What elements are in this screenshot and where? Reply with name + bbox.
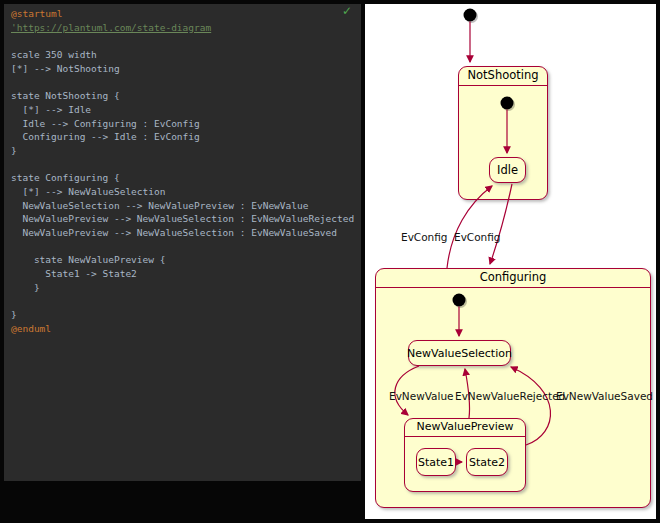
- code-line: @enduml: [11, 322, 357, 336]
- state-notshooting-title: NotShooting: [459, 67, 547, 86]
- state-idle[interactable]: Idle: [489, 157, 526, 183]
- code-line: State1 -> State2: [11, 267, 357, 281]
- code-area[interactable]: @startuml'https://plantuml.com/state-dia…: [11, 7, 357, 336]
- state-newvaluepreview-title: NewValuePreview: [405, 419, 525, 437]
- code-line: state Configuring {: [11, 171, 357, 185]
- code-line: }: [11, 281, 357, 295]
- state-state2[interactable]: State2: [466, 448, 508, 476]
- code-line: 'https://plantuml.com/state-diagram: [11, 21, 357, 35]
- edge-label-evnewvalue: EvNewValue: [389, 390, 454, 402]
- code-line: [11, 294, 357, 308]
- code-line: NewValueSelection --> NewValuePreview : …: [11, 199, 357, 213]
- edge-label-evconfig-right: EvConfig: [454, 231, 501, 243]
- code-line: scale 350 width: [11, 48, 357, 62]
- code-line: }: [11, 308, 357, 322]
- code-line: [11, 34, 357, 48]
- state-state1[interactable]: State1: [416, 448, 456, 476]
- edge-label-evnewvaluerejected: EvNewValueRejected: [455, 390, 565, 402]
- code-line: [11, 240, 357, 254]
- code-line: @startuml: [11, 7, 357, 21]
- state-configuring-title: Configuring: [376, 269, 650, 288]
- screenshot-root: ✓ @startuml'https://plantuml.com/state-d…: [0, 0, 660, 523]
- code-line: NewValuePreview --> NewValueSelection : …: [11, 212, 357, 226]
- code-line: [*] --> NotShooting: [11, 62, 357, 76]
- code-line: [*] --> NewValueSelection: [11, 185, 357, 199]
- edge-label-evconfig-left: EvConfig: [401, 231, 448, 243]
- state-newvalueselection[interactable]: NewValueSelection: [408, 340, 511, 366]
- code-line: state NewValuePreview {: [11, 253, 357, 267]
- initial-state-dot-top: [464, 9, 479, 24]
- code-line: [11, 75, 357, 89]
- code-line: [11, 158, 357, 172]
- code-editor[interactable]: ✓ @startuml'https://plantuml.com/state-d…: [4, 4, 361, 481]
- diagram-panel: NotShooting Idle Configuring NewValueSel…: [365, 4, 656, 519]
- code-line: state NotShooting {: [11, 89, 357, 103]
- code-line: NewValuePreview --> NewValueSelection : …: [11, 226, 357, 240]
- code-line: Idle --> Configuring : EvConfig: [11, 117, 357, 131]
- code-line: Configuring --> Idle : EvConfig: [11, 130, 357, 144]
- edge-label-evnewvaluesaved: EvNewValueSaved: [556, 390, 653, 402]
- code-line: }: [11, 144, 357, 158]
- code-line: [*] --> Idle: [11, 103, 357, 117]
- no-errors-check-icon: ✓: [342, 5, 352, 19]
